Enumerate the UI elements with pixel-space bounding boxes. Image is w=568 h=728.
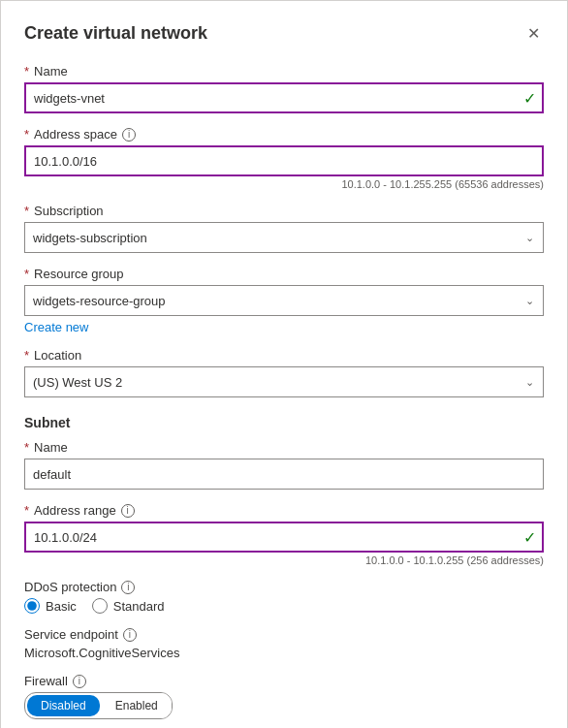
service-endpoint-info-icon[interactable]: i	[123, 628, 137, 642]
resource-group-label: * Resource group	[24, 267, 544, 281]
subnet-name-input[interactable]	[24, 459, 544, 490]
ddos-basic-label: Basic	[46, 599, 77, 614]
resource-group-select[interactable]: widgets-resource-group	[24, 285, 544, 316]
service-endpoint-value: Microsoft.CognitiveServices	[24, 646, 544, 660]
name-input[interactable]	[24, 82, 544, 113]
resource-group-dropdown-wrapper: widgets-resource-group ⌄	[24, 285, 544, 316]
address-range-label-text: Address range	[34, 503, 116, 518]
location-label-text: Location	[34, 348, 81, 363]
service-endpoint-label: Service endpoint i	[24, 627, 544, 642]
name-field-group: * Name ✓	[24, 64, 544, 113]
subscription-field-group: * Subscription widgets-subscription ⌄	[24, 204, 544, 253]
name-label-text: Name	[34, 64, 68, 79]
ddos-standard-option[interactable]: Standard	[92, 598, 165, 614]
ddos-standard-radio[interactable]	[92, 598, 108, 614]
close-button[interactable]: ✕	[523, 20, 544, 47]
resource-group-required-star: *	[24, 267, 29, 281]
ddos-label-text: DDoS protection	[24, 580, 116, 594]
location-label: * Location	[24, 348, 544, 363]
address-space-required-star: *	[24, 127, 29, 142]
subnet-section-label: Subnet	[24, 415, 544, 430]
address-range-required-star: *	[24, 503, 29, 518]
ddos-basic-radio[interactable]	[24, 598, 40, 614]
address-space-label: * Address space i	[24, 127, 544, 142]
name-label: * Name	[24, 64, 544, 79]
ddos-basic-option[interactable]: Basic	[24, 598, 77, 614]
resource-group-field-group: * Resource group widgets-resource-group …	[24, 267, 544, 334]
subscription-label: * Subscription	[24, 204, 544, 218]
address-space-label-text: Address space	[34, 127, 117, 142]
subnet-name-field-group: * Name	[24, 440, 544, 490]
name-required-star: *	[24, 64, 29, 79]
service-endpoint-label-text: Service endpoint	[24, 627, 118, 642]
subnet-name-label-text: Name	[34, 440, 68, 455]
address-range-input[interactable]	[24, 522, 544, 553]
dialog-title: Create virtual network	[24, 23, 207, 44]
address-space-field-group: * Address space i 10.1.0.0 - 10.1.255.25…	[24, 127, 544, 190]
subscription-required-star: *	[24, 204, 29, 218]
address-range-label: * Address range i	[24, 503, 544, 518]
address-range-valid-icon: ✓	[523, 528, 536, 547]
firewall-info-icon[interactable]: i	[73, 675, 86, 688]
location-required-star: *	[24, 348, 29, 363]
create-new-link[interactable]: Create new	[24, 320, 88, 334]
resource-group-label-text: Resource group	[34, 267, 124, 281]
ddos-radio-group: Basic Standard	[24, 598, 544, 614]
address-space-hint: 10.1.0.0 - 10.1.255.255 (65536 addresses…	[24, 178, 544, 190]
subscription-dropdown-wrapper: widgets-subscription ⌄	[24, 222, 544, 253]
create-virtual-network-dialog: Create virtual network ✕ * Name ✓ * Addr…	[0, 0, 568, 728]
subscription-select[interactable]: widgets-subscription	[24, 222, 544, 253]
address-space-input[interactable]	[24, 145, 544, 176]
dialog-header: Create virtual network ✕	[24, 20, 544, 47]
firewall-disabled-button[interactable]: Disabled	[27, 695, 100, 716]
subnet-name-input-wrapper	[24, 459, 544, 490]
subscription-label-text: Subscription	[34, 204, 104, 218]
ddos-label: DDoS protection i	[24, 580, 544, 594]
firewall-label-text: Firewall	[24, 674, 68, 688]
firewall-enabled-button[interactable]: Enabled	[102, 693, 172, 718]
close-icon: ✕	[527, 24, 540, 43]
location-select[interactable]: (US) West US 2	[24, 366, 544, 397]
location-field-group: * Location (US) West US 2 ⌄	[24, 348, 544, 397]
service-endpoint-field-group: Service endpoint i Microsoft.CognitiveSe…	[24, 627, 544, 660]
address-range-info-icon[interactable]: i	[121, 504, 135, 518]
location-dropdown-wrapper: (US) West US 2 ⌄	[24, 366, 544, 397]
address-space-input-wrapper	[24, 145, 544, 176]
firewall-toggle-group: Disabled Enabled	[24, 692, 173, 719]
address-range-hint: 10.1.0.0 - 10.1.0.255 (256 addresses)	[24, 554, 544, 566]
subnet-name-required-star: *	[24, 440, 29, 455]
subnet-name-label: * Name	[24, 440, 544, 455]
ddos-field-group: DDoS protection i Basic Standard	[24, 580, 544, 614]
name-valid-icon: ✓	[523, 89, 536, 108]
firewall-label: Firewall i	[24, 674, 544, 688]
name-input-wrapper: ✓	[24, 82, 544, 113]
address-range-input-wrapper: ✓	[24, 522, 544, 553]
ddos-standard-label: Standard	[113, 599, 165, 614]
address-range-field-group: * Address range i ✓ 10.1.0.0 - 10.1.0.25…	[24, 503, 544, 566]
firewall-field-group: Firewall i Disabled Enabled	[24, 674, 544, 719]
address-space-info-icon[interactable]: i	[122, 128, 136, 142]
ddos-info-icon[interactable]: i	[121, 581, 135, 594]
